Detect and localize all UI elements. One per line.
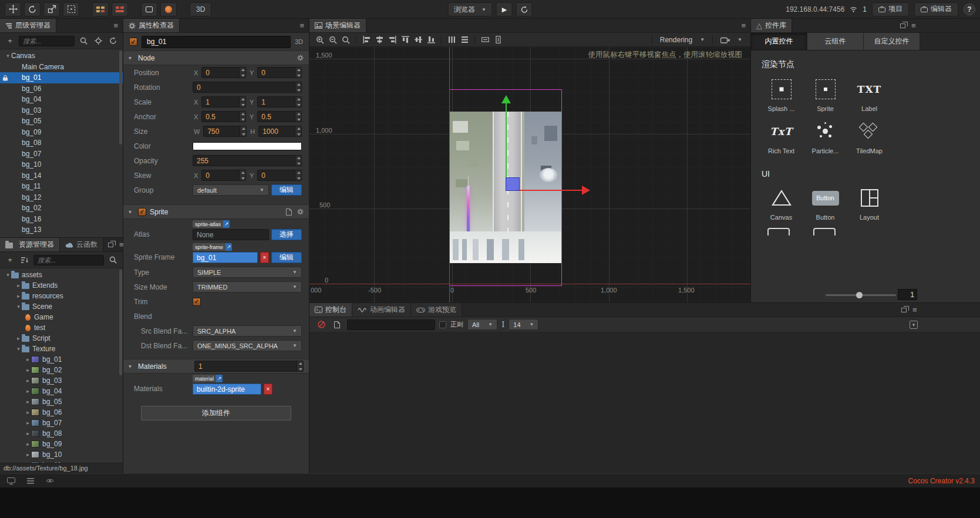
panel-menu-icon[interactable]: ≡	[912, 306, 917, 314]
asset-row[interactable]: Game	[0, 312, 123, 322]
regex-checkbox[interactable]	[439, 321, 446, 328]
create-asset-button[interactable]: +	[4, 254, 16, 266]
gizmo-x-axis[interactable]	[516, 190, 582, 191]
sprite-frame-input[interactable]: bg_01	[193, 252, 258, 263]
font-size-select[interactable]: 14▼	[508, 319, 538, 330]
refresh-hierarchy-icon[interactable]	[107, 35, 119, 47]
refresh-preview-button[interactable]	[516, 2, 533, 16]
collapse-icon[interactable]: ▾	[5, 273, 11, 278]
open-project-button[interactable]: 项目	[872, 2, 909, 16]
asset-row[interactable]: ▸bg_10	[0, 449, 123, 460]
open-asset-icon[interactable]: ↗	[225, 243, 232, 251]
collapse-console-icon[interactable]: ▼	[910, 321, 918, 329]
hierarchy-node-row[interactable]: bg_02	[0, 203, 123, 214]
create-node-button[interactable]: +	[4, 35, 16, 47]
anchor-y-input[interactable]: 0.5	[257, 111, 302, 122]
asset-row[interactable]: ▸resources	[0, 291, 123, 301]
collapse-icon[interactable]: ▸	[25, 452, 31, 458]
collapse-icon[interactable]: ▸	[25, 389, 31, 394]
asset-row[interactable]: ▸bg_05	[0, 396, 123, 407]
locate-node-icon[interactable]	[92, 35, 104, 47]
tab-inspector[interactable]: 属性检查器	[123, 19, 180, 32]
library-item-richtext[interactable]: TxTRich Text	[759, 118, 803, 154]
sprite-enabled-checkbox[interactable]: ✓	[138, 208, 146, 216]
search-icon[interactable]	[107, 254, 119, 266]
align-bottom-icon[interactable]	[425, 34, 437, 46]
gizmo-x-arrowhead[interactable]	[582, 186, 590, 195]
group-edit-button[interactable]: 编辑	[271, 184, 302, 196]
tab-animation-editor[interactable]: 动画编辑器	[352, 303, 411, 317]
stepper[interactable]	[239, 97, 245, 107]
src-blend-select[interactable]: SRC_ALPHA▼	[193, 325, 302, 337]
hierarchy-node-row[interactable]: bg_16	[0, 214, 123, 225]
hierarchy-node-row[interactable]: bg_12	[0, 192, 123, 203]
zoom-out-icon[interactable]	[327, 34, 339, 46]
hierarchy-node-row[interactable]: ▾Canvas	[0, 51, 123, 62]
hierarchy-node-row[interactable]: bg_11	[0, 181, 123, 192]
collapse-icon[interactable]: ▾	[15, 347, 22, 352]
stepper[interactable]	[295, 112, 301, 122]
float-panel-icon[interactable]	[900, 23, 905, 28]
asset-row[interactable]: ▾Texture	[0, 344, 123, 354]
stepper[interactable]	[297, 361, 303, 371]
export-log-icon[interactable]	[331, 319, 343, 331]
asset-row[interactable]: test	[0, 322, 123, 333]
rotate-tool-button[interactable]	[24, 2, 41, 16]
collapse-icon[interactable]: ▾	[15, 304, 22, 310]
sprite-type-select[interactable]: SIMPLE▼	[193, 267, 302, 278]
hierarchy-node-row[interactable]: bg_06	[0, 83, 123, 95]
collapse-icon[interactable]: ▾	[5, 53, 11, 59]
group-select[interactable]: default▼	[193, 184, 269, 196]
library-item-layout[interactable]: Layout	[847, 184, 891, 221]
float-panel-icon[interactable]	[901, 308, 907, 312]
stepper[interactable]	[239, 68, 245, 78]
skew-x-input[interactable]: 0	[201, 170, 246, 181]
hierarchy-node-row[interactable]: bg_09	[0, 127, 123, 138]
asset-row[interactable]: ▸bg_11	[0, 460, 123, 463]
asset-row[interactable]: ▸bg_02	[0, 365, 123, 375]
stepper[interactable]	[295, 68, 301, 78]
hierarchy-node-row[interactable]: bg_08	[0, 137, 123, 149]
clipped-item-icon[interactable]	[767, 228, 790, 236]
rotation-input[interactable]: 0	[193, 82, 302, 93]
help-button[interactable]: ?	[964, 4, 975, 15]
scrollbar-thumb[interactable]	[119, 270, 122, 375]
device-preview-icon[interactable]	[5, 475, 17, 487]
library-item-tiledmap[interactable]: TiledMap	[847, 118, 891, 154]
hierarchy-node-row[interactable]: bg_13	[0, 224, 123, 236]
align-h-center-icon[interactable]	[373, 34, 385, 46]
anchor-x-input[interactable]: 0.5	[201, 111, 246, 122]
gizmo-move-handle[interactable]	[506, 177, 520, 191]
sort-icon[interactable]	[19, 254, 31, 266]
open-asset-icon[interactable]: ↗	[216, 375, 223, 382]
gizmo-y-axis[interactable]	[506, 103, 507, 177]
eye-icon[interactable]	[44, 475, 56, 487]
plugin-button-4[interactable]	[160, 2, 177, 16]
move-tool-button[interactable]	[5, 2, 21, 16]
search-icon[interactable]	[78, 35, 89, 47]
clear-sprite-frame-button[interactable]: ×	[260, 252, 269, 263]
collapse-icon[interactable]: ▾	[129, 208, 134, 215]
camera-dropdown[interactable]: ▼	[717, 36, 746, 43]
clear-console-icon[interactable]	[315, 319, 327, 331]
collapse-icon[interactable]: ▾	[129, 55, 134, 61]
plugin-button-1[interactable]	[92, 2, 109, 16]
align-right-icon[interactable]	[386, 34, 398, 46]
library-item-canvas[interactable]: Canvas	[759, 184, 803, 221]
plugin-button-3[interactable]	[141, 2, 157, 16]
stepper[interactable]	[240, 126, 246, 136]
clear-material-button[interactable]: ×	[264, 384, 272, 395]
materials-section-header[interactable]: ▾ Materials 1	[123, 359, 309, 374]
node-section-header[interactable]: ▾ Node	[123, 51, 309, 65]
panel-menu-icon[interactable]: ≡	[119, 241, 124, 248]
align-v-center-icon[interactable]	[412, 34, 424, 46]
size-w-input[interactable]: 750	[203, 126, 247, 137]
clipped-item-icon[interactable]	[813, 228, 836, 236]
distribute-v-icon[interactable]	[459, 34, 470, 46]
atlas-input[interactable]: None	[193, 229, 269, 240]
tab-console[interactable]: 控制台	[309, 303, 352, 317]
asset-row[interactable]: ▾assets	[0, 270, 123, 280]
tab-cloud-functions[interactable]: 云函数	[60, 238, 103, 251]
trim-checkbox[interactable]: ✓	[193, 298, 201, 306]
skew-y-input[interactable]: 0	[257, 170, 302, 181]
